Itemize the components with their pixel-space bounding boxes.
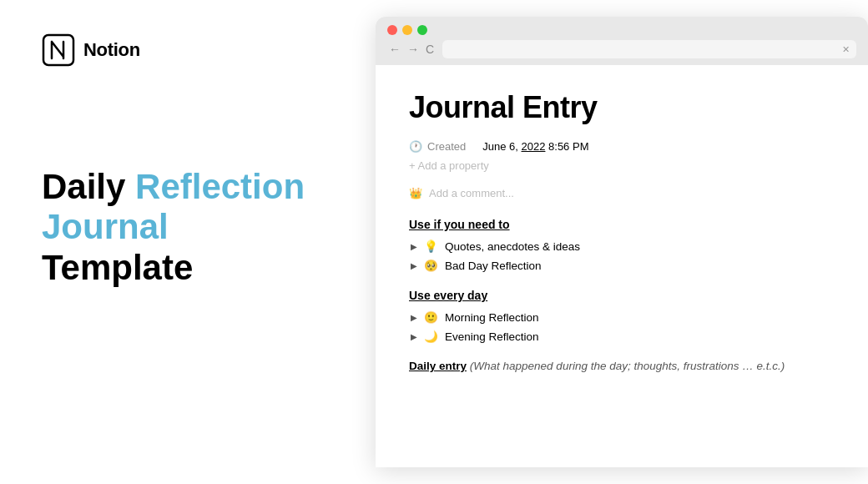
toggle-text-1: Quotes, anecdotes & ideas — [445, 240, 580, 253]
daily-entry-label: Daily entry — [409, 360, 467, 372]
toggle-arrow-4: ▶ — [411, 332, 417, 341]
property-value: June 6, 2022 8:56 PM — [482, 140, 588, 153]
notion-wordmark: Notion — [83, 39, 140, 61]
refresh-button[interactable]: C — [424, 43, 436, 56]
toggle-emoji-2: 🥺 — [424, 259, 438, 272]
left-panel: Notion Daily Reflection Journal Template — [0, 0, 351, 484]
section1-heading: Use if you need to — [409, 218, 835, 231]
toggle-text-3: Morning Reflection — [445, 311, 539, 324]
section2-heading: Use every day — [409, 289, 835, 302]
browser-nav: ← → C — [387, 43, 436, 56]
browser-chrome: ← → C ✕ — [376, 17, 868, 65]
dot-green[interactable] — [417, 25, 427, 35]
property-label: 🕐 Created — [409, 140, 466, 153]
toggle-item-morning[interactable]: ▶ 🙂 Morning Reflection — [409, 310, 835, 324]
page-title: Journal Entry — [409, 90, 835, 125]
crown-icon: 👑 — [409, 187, 422, 199]
year-text: 2022 — [522, 140, 546, 153]
toggle-text-2: Bad Day Reflection — [445, 260, 542, 272]
tagline-daily: Daily — [42, 167, 135, 206]
date-text: June 6, — [482, 140, 521, 153]
browser-window: ← → C ✕ Journal Entry 🕐 Created June 6, … — [376, 17, 868, 467]
daily-entry-desc: (What happened during the day; thoughts,… — [470, 360, 785, 372]
tagline: Daily Reflection Journal Template — [42, 167, 309, 288]
section-use-everyday: Use every day ▶ 🙂 Morning Reflection ▶ 🌙… — [409, 289, 835, 343]
property-row: 🕐 Created June 6, 2022 8:56 PM — [409, 140, 835, 153]
dot-yellow[interactable] — [402, 25, 412, 35]
back-button[interactable]: ← — [387, 43, 402, 56]
toggle-arrow-3: ▶ — [411, 313, 417, 322]
right-panel: ← → C ✕ Journal Entry 🕐 Created June 6, … — [351, 0, 868, 484]
tagline-line2: Journal Template — [42, 207, 309, 288]
tagline-reflection: Reflection — [135, 167, 305, 206]
notion-logo-area: Notion — [42, 33, 309, 67]
toggle-item-evening[interactable]: ▶ 🌙 Evening Reflection — [409, 330, 835, 343]
toggle-arrow-2: ▶ — [411, 261, 417, 270]
clock-icon: 🕐 — [409, 140, 422, 153]
browser-dots — [387, 25, 856, 35]
comment-placeholder: Add a comment... — [429, 187, 514, 199]
address-bar[interactable]: ✕ — [442, 40, 856, 58]
notion-icon — [42, 33, 75, 67]
toggle-emoji-1: 💡 — [424, 239, 438, 253]
time-text: 8:56 PM — [545, 140, 588, 153]
tagline-template: Template — [42, 248, 193, 287]
browser-bar-row: ← → C ✕ — [387, 40, 856, 58]
add-property-text: + Add a property — [409, 159, 489, 172]
tagline-line1: Daily Reflection — [42, 167, 309, 207]
toggle-item-quotes[interactable]: ▶ 💡 Quotes, anecdotes & ideas — [409, 239, 835, 253]
toggle-item-badday[interactable]: ▶ 🥺 Bad Day Reflection — [409, 259, 835, 272]
browser-content: Journal Entry 🕐 Created June 6, 2022 8:5… — [376, 65, 868, 467]
forward-button[interactable]: → — [406, 43, 421, 56]
daily-entry-line: Daily entry (What happened during the da… — [409, 360, 835, 372]
toggle-text-4: Evening Reflection — [445, 330, 539, 343]
toggle-arrow-1: ▶ — [411, 242, 417, 251]
tagline-journal: Journal — [42, 207, 169, 246]
toggle-emoji-4: 🌙 — [424, 330, 438, 343]
toggle-emoji-3: 🙂 — [424, 310, 438, 324]
address-close-icon[interactable]: ✕ — [842, 44, 850, 55]
comment-row[interactable]: 👑 Add a comment... — [409, 187, 835, 199]
add-property[interactable]: + Add a property — [409, 159, 835, 172]
dot-red[interactable] — [387, 25, 397, 35]
property-label-text: Created — [427, 140, 466, 153]
section-use-if: Use if you need to ▶ 💡 Quotes, anecdotes… — [409, 218, 835, 272]
